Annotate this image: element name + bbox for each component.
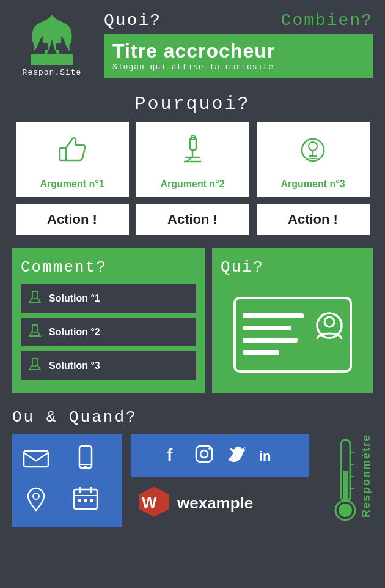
map-icon[interactable] — [21, 483, 64, 517]
actions-row: Action ! Action ! Action ! — [12, 204, 373, 235]
svg-rect-23 — [243, 326, 292, 330]
logo-text: Respon.Site — [23, 68, 82, 77]
action-button-3[interactable]: Action ! — [257, 204, 370, 235]
svg-rect-37 — [78, 499, 81, 502]
svg-rect-21 — [235, 298, 351, 371]
logo-part2: .Site — [54, 68, 81, 77]
calendar-icon[interactable] — [70, 483, 114, 517]
header: Respon.Site Quoi? Combien? Titre accroch… — [0, 0, 385, 84]
solution-item-2: Solution °2 — [21, 318, 196, 346]
comment-qui-row: Comment? Solution °1 Solution °2 — [0, 240, 385, 402]
thumbsup-icon — [54, 133, 90, 173]
svg-rect-38 — [84, 499, 87, 502]
argument-card-2: Argument n°2 — [136, 122, 249, 197]
solution-item-1: Solution °1 — [21, 284, 196, 313]
instagram-icon[interactable] — [191, 441, 217, 470]
argument-label-1: Argument n°1 — [40, 179, 104, 190]
logo-flame-icon — [21, 12, 82, 67]
svg-text:f: f — [167, 445, 173, 464]
quoi-label: Quoi? — [104, 11, 161, 30]
contact-icons-box — [12, 434, 122, 527]
pourquoi-title: Pourquoi? — [12, 94, 373, 114]
logo-part1: Respon — [23, 68, 55, 77]
svg-rect-42 — [191, 441, 217, 467]
comment-box: Comment? Solution °1 Solution °2 — [12, 248, 205, 393]
responmetre-col: Responmètre — [318, 434, 373, 535]
wexample-row: W wexample — [131, 485, 309, 522]
solution-item-3: Solution °3 — [21, 351, 196, 380]
svg-rect-1 — [56, 43, 64, 50]
thermometer-icon — [329, 434, 362, 535]
responmetre-label: Responmètre — [360, 434, 373, 518]
twitter-icon[interactable] — [223, 441, 249, 470]
comment-title: Comment? — [21, 258, 196, 277]
svg-rect-53 — [343, 471, 348, 502]
action-button-1[interactable]: Action ! — [16, 204, 129, 235]
pourquoi-section: Pourquoi? Argument n°1 — [0, 84, 385, 240]
combien-label: Combien? — [281, 11, 373, 30]
solution-label-1: Solution °1 — [49, 293, 100, 304]
header-right: Quoi? Combien? Titre accrocheur Slogan q… — [104, 11, 373, 78]
social-icons-box: f — [131, 434, 309, 477]
svg-point-32 — [33, 493, 39, 499]
mobile-icon[interactable] — [70, 444, 114, 477]
main-title: Titre accrocheur — [112, 40, 364, 62]
flask-icon-2 — [27, 322, 43, 341]
svg-rect-28 — [24, 451, 48, 467]
id-card — [221, 284, 364, 385]
svg-point-45 — [208, 447, 211, 450]
svg-point-27 — [324, 317, 334, 327]
svg-rect-22 — [243, 313, 304, 318]
svg-text:W: W — [142, 493, 157, 512]
argument-card-3: Argument n°3 — [257, 122, 370, 197]
ou-quand-section: Ou & Quand? — [0, 402, 385, 545]
qui-box: Qui? — [212, 248, 373, 393]
header-top-row: Quoi? Combien? — [104, 11, 373, 30]
svg-rect-24 — [243, 338, 298, 343]
linkedin-icon[interactable]: in — [255, 441, 280, 470]
title-box: Titre accrocheur Slogan qui attise la cu… — [104, 34, 373, 78]
flask-icon-1 — [27, 289, 43, 308]
wexample-label: wexample — [177, 494, 253, 513]
svg-rect-39 — [90, 499, 94, 502]
argument-label-3: Argument n°3 — [280, 179, 345, 190]
arguments-grid: Argument n°1 Argument n°2 — [12, 122, 373, 197]
action-button-2[interactable]: Action ! — [136, 204, 249, 235]
svg-rect-25 — [243, 350, 279, 355]
solution-label-2: Solution °2 — [49, 327, 100, 338]
social-wex-col: f — [131, 434, 309, 522]
svg-point-54 — [339, 504, 352, 517]
wexample-logo-icon: W — [137, 485, 171, 522]
svg-point-31 — [84, 466, 87, 468]
microscope-icon — [174, 133, 211, 173]
ou-quand-title: Ou & Quand? — [12, 408, 373, 426]
svg-rect-3 — [60, 148, 66, 160]
svg-point-11 — [309, 142, 317, 151]
solution-label-3: Solution °3 — [49, 360, 100, 371]
sub-title: Slogan qui attise la curiosité — [112, 62, 364, 75]
logo-area: Respon.Site — [12, 12, 92, 77]
email-icon[interactable] — [21, 444, 64, 477]
lightbulb-head-icon — [295, 133, 331, 173]
ou-quand-content: f — [12, 434, 373, 535]
qui-title: Qui? — [221, 258, 364, 277]
argument-label-2: Argument n°2 — [160, 179, 224, 190]
facebook-icon[interactable]: f — [160, 441, 185, 470]
flask-icon-3 — [27, 356, 43, 375]
svg-rect-2 — [31, 54, 73, 65]
svg-rect-0 — [40, 43, 48, 50]
svg-text:in: in — [259, 448, 271, 464]
argument-card-1: Argument n°1 — [16, 122, 129, 197]
